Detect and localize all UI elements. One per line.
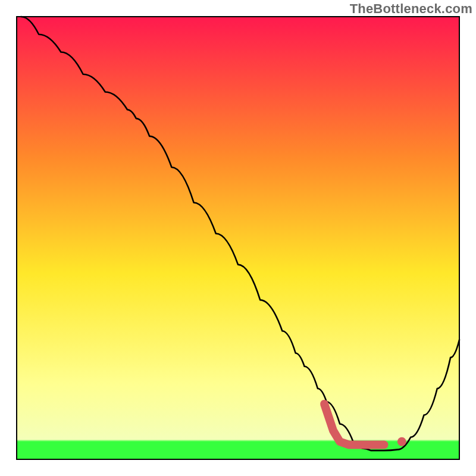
chart-canvas (0, 0, 476, 476)
chart-frame: { "watermark": "TheBottleneck.com", "col… (0, 0, 476, 476)
plot-background (17, 17, 459, 459)
highlight-dot (397, 437, 406, 446)
plot-area (17, 17, 459, 459)
